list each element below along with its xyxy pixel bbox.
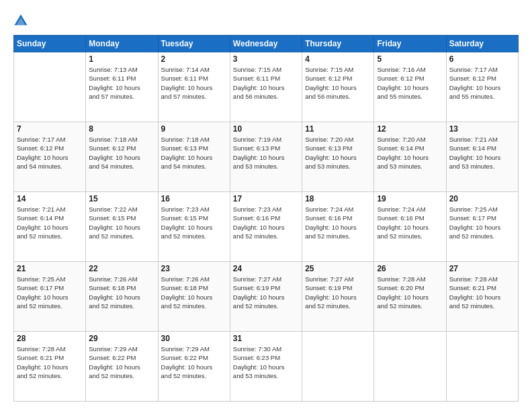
week-row-4: 21Sunrise: 7:25 AM Sunset: 6:17 PM Dayli… (14, 262, 519, 332)
day-number: 15 (89, 194, 154, 203)
day-number: 8 (89, 124, 154, 134)
cell-info: Sunrise: 7:27 AM Sunset: 6:19 PM Dayligh… (305, 275, 371, 310)
cell-info: Sunrise: 7:21 AM Sunset: 6:14 PM Dayligh… (17, 205, 83, 240)
day-number: 14 (17, 194, 83, 203)
day-number: 28 (17, 334, 83, 343)
calendar-cell: 31Sunrise: 7:30 AM Sunset: 6:23 PM Dayli… (230, 332, 302, 402)
header (13, 12, 519, 28)
cell-info: Sunrise: 7:17 AM Sunset: 6:12 PM Dayligh… (449, 65, 515, 101)
calendar-cell: 22Sunrise: 7:26 AM Sunset: 6:18 PM Dayli… (86, 262, 158, 332)
day-number: 26 (377, 264, 443, 273)
weekday-header-sunday: Sunday (14, 36, 86, 52)
cell-info: Sunrise: 7:26 AM Sunset: 6:18 PM Dayligh… (89, 275, 154, 310)
calendar-cell: 11Sunrise: 7:20 AM Sunset: 6:13 PM Dayli… (302, 122, 374, 192)
week-row-3: 14Sunrise: 7:21 AM Sunset: 6:14 PM Dayli… (14, 192, 519, 262)
day-number: 1 (89, 54, 154, 64)
day-number: 25 (305, 264, 371, 273)
cell-info: Sunrise: 7:24 AM Sunset: 6:16 PM Dayligh… (305, 205, 371, 240)
cell-info: Sunrise: 7:16 AM Sunset: 6:12 PM Dayligh… (377, 65, 443, 101)
cell-info: Sunrise: 7:15 AM Sunset: 6:12 PM Dayligh… (305, 65, 371, 101)
calendar-cell: 17Sunrise: 7:23 AM Sunset: 6:16 PM Dayli… (230, 192, 302, 262)
week-row-1: 1Sunrise: 7:13 AM Sunset: 6:11 PM Daylig… (14, 52, 519, 122)
day-number: 18 (305, 194, 371, 203)
cell-info: Sunrise: 7:21 AM Sunset: 6:14 PM Dayligh… (449, 135, 515, 171)
calendar-cell (14, 52, 86, 122)
cell-info: Sunrise: 7:28 AM Sunset: 6:21 PM Dayligh… (17, 345, 83, 380)
cell-info: Sunrise: 7:18 AM Sunset: 6:13 PM Dayligh… (161, 135, 227, 171)
cell-info: Sunrise: 7:18 AM Sunset: 6:12 PM Dayligh… (89, 135, 154, 171)
cell-info: Sunrise: 7:25 AM Sunset: 6:17 PM Dayligh… (17, 275, 83, 310)
calendar-cell: 24Sunrise: 7:27 AM Sunset: 6:19 PM Dayli… (230, 262, 302, 332)
page: SundayMondayTuesdayWednesdayThursdayFrid… (0, 0, 532, 411)
day-number: 11 (305, 124, 371, 134)
week-row-2: 7Sunrise: 7:17 AM Sunset: 6:12 PM Daylig… (14, 122, 519, 192)
day-number: 23 (161, 264, 227, 273)
calendar-cell: 28Sunrise: 7:28 AM Sunset: 6:21 PM Dayli… (14, 332, 86, 402)
cell-info: Sunrise: 7:29 AM Sunset: 6:22 PM Dayligh… (161, 345, 227, 380)
cell-info: Sunrise: 7:19 AM Sunset: 6:13 PM Dayligh… (233, 135, 299, 171)
cell-info: Sunrise: 7:23 AM Sunset: 6:16 PM Dayligh… (233, 205, 299, 240)
day-number: 16 (161, 194, 227, 203)
cell-info: Sunrise: 7:25 AM Sunset: 6:17 PM Dayligh… (449, 205, 515, 240)
day-number: 17 (233, 194, 299, 203)
calendar-cell: 23Sunrise: 7:26 AM Sunset: 6:18 PM Dayli… (158, 262, 230, 332)
cell-info: Sunrise: 7:27 AM Sunset: 6:19 PM Dayligh… (233, 275, 299, 310)
cell-info: Sunrise: 7:17 AM Sunset: 6:12 PM Dayligh… (17, 135, 83, 171)
calendar-cell: 2Sunrise: 7:14 AM Sunset: 6:11 PM Daylig… (158, 52, 230, 122)
calendar-cell: 4Sunrise: 7:15 AM Sunset: 6:12 PM Daylig… (302, 52, 374, 122)
day-number: 13 (449, 124, 515, 134)
day-number: 24 (233, 264, 299, 273)
cell-info: Sunrise: 7:20 AM Sunset: 6:13 PM Dayligh… (305, 135, 371, 171)
calendar-cell: 30Sunrise: 7:29 AM Sunset: 6:22 PM Dayli… (158, 332, 230, 402)
calendar-cell: 8Sunrise: 7:18 AM Sunset: 6:12 PM Daylig… (86, 122, 158, 192)
week-row-5: 28Sunrise: 7:28 AM Sunset: 6:21 PM Dayli… (14, 332, 519, 402)
calendar-table: SundayMondayTuesdayWednesdayThursdayFrid… (13, 35, 519, 402)
calendar-cell (302, 332, 374, 402)
day-number: 27 (449, 264, 515, 273)
calendar-cell: 19Sunrise: 7:24 AM Sunset: 6:16 PM Dayli… (374, 192, 446, 262)
day-number: 9 (161, 124, 227, 134)
calendar-cell (446, 332, 518, 402)
logo (13, 12, 31, 28)
weekday-header-row: SundayMondayTuesdayWednesdayThursdayFrid… (14, 36, 519, 52)
cell-info: Sunrise: 7:22 AM Sunset: 6:15 PM Dayligh… (89, 205, 154, 240)
calendar-cell: 3Sunrise: 7:15 AM Sunset: 6:11 PM Daylig… (230, 52, 302, 122)
calendar-cell: 10Sunrise: 7:19 AM Sunset: 6:13 PM Dayli… (230, 122, 302, 192)
day-number: 7 (17, 124, 83, 134)
calendar-cell: 9Sunrise: 7:18 AM Sunset: 6:13 PM Daylig… (158, 122, 230, 192)
day-number: 2 (161, 54, 227, 64)
cell-info: Sunrise: 7:26 AM Sunset: 6:18 PM Dayligh… (161, 275, 227, 310)
calendar-cell: 21Sunrise: 7:25 AM Sunset: 6:17 PM Dayli… (14, 262, 86, 332)
logo-icon (13, 13, 28, 28)
calendar-cell (374, 332, 446, 402)
calendar-cell: 12Sunrise: 7:20 AM Sunset: 6:14 PM Dayli… (374, 122, 446, 192)
day-number: 20 (449, 194, 515, 203)
calendar-cell: 15Sunrise: 7:22 AM Sunset: 6:15 PM Dayli… (86, 192, 158, 262)
weekday-header-thursday: Thursday (302, 36, 374, 52)
day-number: 29 (89, 334, 154, 343)
day-number: 19 (377, 194, 443, 203)
day-number: 10 (233, 124, 299, 134)
calendar-cell: 16Sunrise: 7:23 AM Sunset: 6:15 PM Dayli… (158, 192, 230, 262)
cell-info: Sunrise: 7:13 AM Sunset: 6:11 PM Dayligh… (89, 65, 154, 101)
weekday-header-friday: Friday (374, 36, 446, 52)
calendar-cell: 29Sunrise: 7:29 AM Sunset: 6:22 PM Dayli… (86, 332, 158, 402)
day-number: 22 (89, 264, 154, 273)
day-number: 30 (161, 334, 227, 343)
day-number: 3 (233, 54, 299, 64)
calendar-cell: 25Sunrise: 7:27 AM Sunset: 6:19 PM Dayli… (302, 262, 374, 332)
calendar-cell: 14Sunrise: 7:21 AM Sunset: 6:14 PM Dayli… (14, 192, 86, 262)
calendar-cell: 5Sunrise: 7:16 AM Sunset: 6:12 PM Daylig… (374, 52, 446, 122)
cell-info: Sunrise: 7:28 AM Sunset: 6:20 PM Dayligh… (377, 275, 443, 310)
cell-info: Sunrise: 7:30 AM Sunset: 6:23 PM Dayligh… (233, 345, 299, 380)
cell-info: Sunrise: 7:20 AM Sunset: 6:14 PM Dayligh… (377, 135, 443, 171)
calendar-cell: 7Sunrise: 7:17 AM Sunset: 6:12 PM Daylig… (14, 122, 86, 192)
weekday-header-monday: Monday (86, 36, 158, 52)
day-number: 21 (17, 264, 83, 273)
day-number: 12 (377, 124, 443, 134)
calendar-cell: 6Sunrise: 7:17 AM Sunset: 6:12 PM Daylig… (446, 52, 518, 122)
cell-info: Sunrise: 7:23 AM Sunset: 6:15 PM Dayligh… (161, 205, 227, 240)
calendar-cell: 18Sunrise: 7:24 AM Sunset: 6:16 PM Dayli… (302, 192, 374, 262)
weekday-header-saturday: Saturday (446, 36, 518, 52)
day-number: 31 (233, 334, 299, 343)
